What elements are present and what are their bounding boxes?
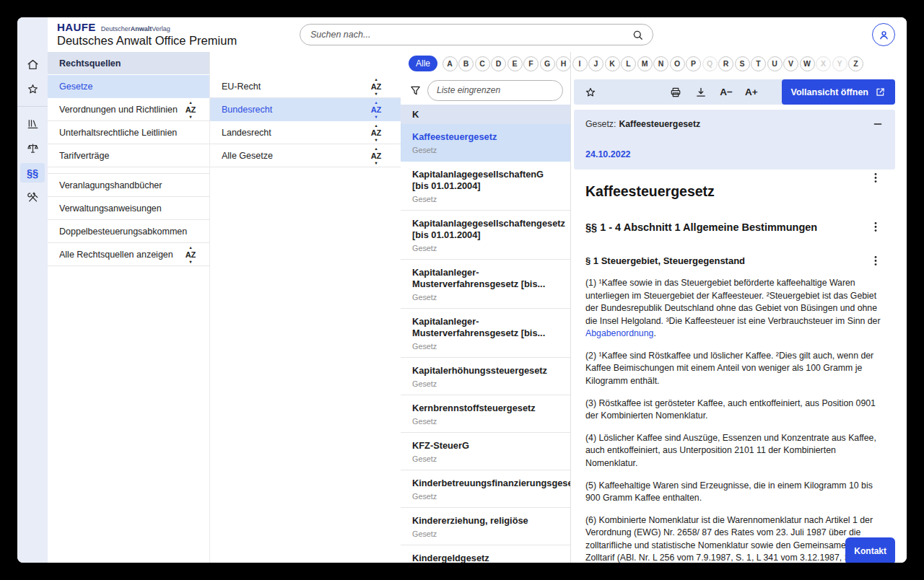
font-decrease-button[interactable]: A− xyxy=(720,87,733,97)
alphabet-p[interactable]: P xyxy=(686,56,701,71)
law-list-item[interactable]: KFZ-SteuerGGesetz xyxy=(401,433,570,470)
document-header-title: Kaffeesteuergesetz xyxy=(619,119,700,129)
law-item-subtitle: Gesetz xyxy=(412,379,560,388)
alphabet-y: Y xyxy=(832,56,847,71)
document-content: Kaffeesteuergesetz §§ 1 - 4 Abschnitt 1 … xyxy=(574,170,895,563)
nav-item-bundesrecht[interactable]: BundesrechtAZ xyxy=(210,98,401,121)
font-increase-button[interactable]: A+ xyxy=(745,87,758,97)
law-item-subtitle: Gesetz xyxy=(412,146,560,154)
print-icon[interactable] xyxy=(669,86,682,99)
rail-divider xyxy=(17,106,48,107)
alphabet-t[interactable]: T xyxy=(751,56,766,71)
sort-az-icon[interactable]: AZ xyxy=(367,128,385,137)
alphabet-z[interactable]: Z xyxy=(848,56,863,71)
document-date: 24.10.2022 xyxy=(585,149,884,159)
abgabenordnung-link[interactable]: Abgabenordnung xyxy=(585,328,653,338)
alphabet-v[interactable]: V xyxy=(783,56,798,71)
nav-item-bundesrecht-label: Bundesrecht xyxy=(222,105,367,115)
alphabet-r[interactable]: R xyxy=(718,56,733,71)
alphabet-u[interactable]: U xyxy=(767,56,783,71)
kebab-menu-icon[interactable] xyxy=(865,171,881,183)
law-list-item[interactable]: Kapitalanlagegesellschaftengesetz [bis 0… xyxy=(401,211,570,260)
kebab-menu-icon[interactable] xyxy=(865,254,881,266)
nav-item-doppelbesteuerungsabkommen[interactable]: Doppelbesteuerungsabkommen xyxy=(48,220,209,243)
haufe-logo: HAUFE xyxy=(57,21,96,33)
law-list-item[interactable]: KinderbetreuungsfinanzierungsgesetzGeset… xyxy=(401,470,570,508)
alphabet-q: Q xyxy=(702,56,718,71)
main-area: Rechtsquellen GesetzeVerordnungen und Ri… xyxy=(48,52,907,563)
nav-item-unterhaltsrechtliche-leitlinien[interactable]: Unterhaltsrechtliche Leitlinien xyxy=(48,121,209,144)
law-list-item[interactable]: KapitalerhöhungssteuergesetzGesetz xyxy=(401,358,570,395)
collapse-icon[interactable] xyxy=(872,118,884,130)
law-item-subtitle: Gesetz xyxy=(412,417,560,426)
law-item-title: KapitalanlagegesellschaftenG [bis 01.01.… xyxy=(412,169,560,192)
kontakt-button[interactable]: Kontakt xyxy=(845,537,895,563)
nav-item-alle-gesetze[interactable]: Alle GesetzeAZ xyxy=(210,144,401,167)
law-paragraph-5: (5) Kaffeehaltige Waren sind Erzeugnisse… xyxy=(585,480,881,505)
icon-rail: §§ xyxy=(17,17,48,563)
list-filter-input[interactable] xyxy=(427,80,563,101)
alphabet-o[interactable]: O xyxy=(670,56,685,71)
law-list-item[interactable]: Kapitalanleger-Musterverfahrensgesetz [b… xyxy=(401,309,570,358)
alphabet-s[interactable]: S xyxy=(735,56,750,71)
paragraphs-icon[interactable]: §§ xyxy=(20,163,45,183)
favorites-star-icon[interactable] xyxy=(20,79,45,99)
law-item-title: Kindergeldgesetz xyxy=(412,553,560,563)
nav-item-tarifvertr-ge[interactable]: Tarifverträge xyxy=(48,144,209,167)
publisher-logo: DeutscherAnwaltVerlag xyxy=(101,25,170,32)
sort-az-icon[interactable]: AZ xyxy=(367,82,385,91)
law-list-column: K KaffeesteuergesetzGesetzKapitalanlageg… xyxy=(401,52,571,563)
sort-az-icon[interactable]: AZ xyxy=(367,105,385,114)
alphabet-x: X xyxy=(816,56,831,71)
nav-item-veranlagungshandb-cher[interactable]: Veranlagungshandbücher xyxy=(48,173,209,197)
document-panel: A− A+ Vollansicht öffnen Gesetz: Kaffees… xyxy=(574,79,895,563)
law-item-subtitle: Gesetz xyxy=(412,244,560,252)
bookmark-star-icon[interactable] xyxy=(584,86,597,99)
nav-item-verwaltungsanweisungen[interactable]: Verwaltungsanweisungen xyxy=(48,197,209,220)
law-list-item[interactable]: Kindererziehung, religiöseGesetz xyxy=(401,508,570,545)
sort-az-icon[interactable]: AZ xyxy=(182,105,199,114)
law-list-item[interactable]: KernbrennstoffsteuergesetzGesetz xyxy=(401,395,570,433)
search-icon[interactable] xyxy=(632,29,644,41)
law-item-title: Kaffeesteuergesetz xyxy=(412,131,560,143)
user-account-icon[interactable] xyxy=(872,23,895,46)
nav-item-alle-rechtsquellen-anzeigen[interactable]: Alle Rechtsquellen anzeigenAZ xyxy=(48,243,209,266)
law-list-item[interactable]: KapitalanlagegesellschaftenG [bis 01.01.… xyxy=(401,162,570,211)
list-filter-row xyxy=(401,78,570,102)
alphabet-k[interactable]: K xyxy=(605,56,620,71)
nav-item-landesrecht[interactable]: LandesrechtAZ xyxy=(210,121,401,144)
filter-funnel-icon[interactable] xyxy=(409,84,422,97)
nav-item-eu-recht[interactable]: EU-RechtAZ xyxy=(210,75,401,98)
alphabet-i[interactable]: I xyxy=(572,56,588,71)
tools-icon[interactable] xyxy=(20,188,45,207)
scales-icon[interactable] xyxy=(20,139,45,158)
alphabet-l[interactable]: L xyxy=(621,56,636,71)
open-fullview-button[interactable]: Vollansicht öffnen xyxy=(782,79,895,105)
kebab-menu-icon[interactable] xyxy=(865,220,881,232)
nav-item-verordnungen-und-richtlinien[interactable]: Verordnungen und RichtlinienAZ xyxy=(48,98,209,121)
law-list-item[interactable]: KaffeesteuergesetzGesetz xyxy=(401,124,570,162)
download-icon[interactable] xyxy=(694,86,707,99)
law-title: Kaffeesteuergesetz xyxy=(585,183,715,200)
external-link-icon xyxy=(875,87,886,97)
alphabet-w[interactable]: W xyxy=(800,56,815,71)
law-list-item[interactable]: KindergeldgesetzGesetz xyxy=(401,545,570,563)
law-item-subtitle: Gesetz xyxy=(412,293,560,302)
sort-az-icon[interactable]: AZ xyxy=(182,250,199,259)
law-item-title: Kapitalanleger-Musterverfahrensgesetz [b… xyxy=(412,316,560,339)
sort-az-icon[interactable]: AZ xyxy=(367,151,385,160)
law-item-subtitle: Gesetz xyxy=(412,492,560,501)
law-list-item[interactable]: Kapitalanleger-Musterverfahrensgesetz [b… xyxy=(401,260,570,309)
alphabet-m[interactable]: M xyxy=(637,56,653,71)
nav-item-gesetze[interactable]: Gesetze xyxy=(48,75,209,98)
library-icon[interactable] xyxy=(20,114,45,133)
alphabet-j[interactable]: J xyxy=(588,56,603,71)
search-input[interactable] xyxy=(309,29,632,40)
brand-block: HAUFE DeutscherAnwaltVerlag Deutsches An… xyxy=(57,21,237,48)
law-item-title: KFZ-SteuerG xyxy=(412,440,560,452)
home-icon[interactable] xyxy=(20,55,45,74)
nav-item-alle-gesetze-label: Alle Gesetze xyxy=(222,151,367,161)
law-item-title: Kapitalerhöhungssteuergesetz xyxy=(412,365,560,377)
law-item-title: Kapitalanlagegesellschaftengesetz [bis 0… xyxy=(412,218,560,241)
alphabet-n[interactable]: N xyxy=(653,56,668,71)
